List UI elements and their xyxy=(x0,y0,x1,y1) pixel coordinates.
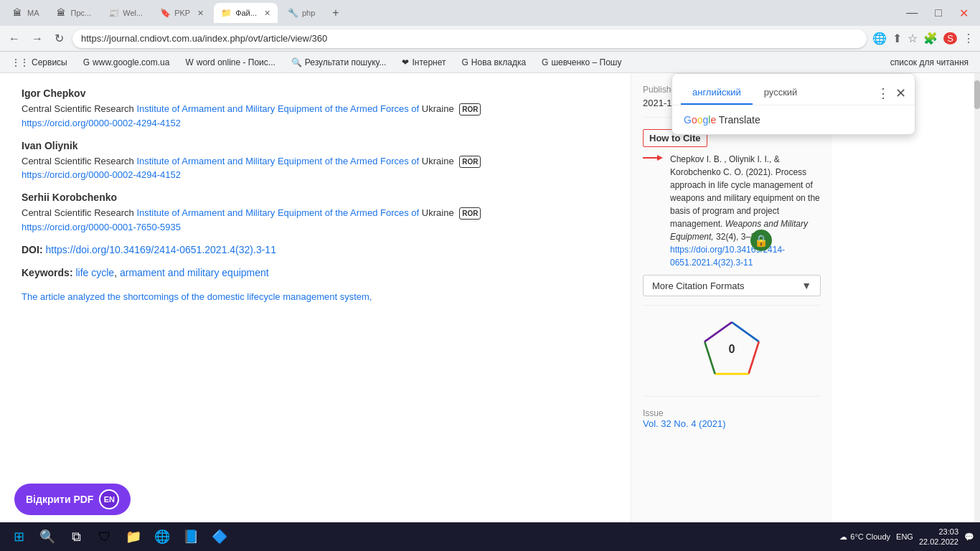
tab-close[interactable]: ✕ xyxy=(264,9,270,18)
translate-icon[interactable]: 🌐 xyxy=(872,32,887,45)
keywords-section: Keywords: life cycle, armament and milit… xyxy=(22,267,609,278)
issue-section: Issue Vol. 32 No. 4 (2021) xyxy=(643,408,821,429)
tab-new[interactable]: + xyxy=(325,3,346,23)
minimize-button[interactable]: — xyxy=(900,5,923,21)
abstract-section: The article analyzed the shortcomings of… xyxy=(22,290,609,305)
folder-icon: 📁 xyxy=(126,529,141,545)
tab-other-4[interactable]: 🔖 PKP ✕ xyxy=(153,3,211,23)
apps-icon: ⋮⋮ xyxy=(11,57,29,67)
taskbar-lang: ENG xyxy=(896,532,913,541)
address-bar-icons: 🌐 ⬆ ☆ 🧩 S ⋮ xyxy=(872,32,974,45)
taskbar-app-2[interactable]: 📁 xyxy=(121,524,146,550)
taskbar-app-4[interactable]: 📘 xyxy=(178,524,204,550)
search-button[interactable]: 🔍 xyxy=(34,524,60,550)
tab-favicon: 🏛 xyxy=(57,8,67,18)
shield-icon: 🛡 xyxy=(98,529,111,545)
close-button[interactable]: ✕ xyxy=(953,5,974,22)
tab-favicon: 📁 xyxy=(221,8,231,18)
tab-other-5[interactable]: 🔧 php xyxy=(281,3,322,23)
taskbar-app-1[interactable]: 🛡 xyxy=(92,524,118,550)
tab-other-2[interactable]: 🏛 Прс... xyxy=(50,3,99,23)
author-affil-3: Central Scientific Research Institute of… xyxy=(22,206,609,220)
doi-label: DOI: xyxy=(22,244,43,255)
more-citation-label: More Citation Formats xyxy=(652,281,745,291)
svg-text:0: 0 xyxy=(728,342,735,355)
taskbar: ⊞ 🔍 ⧉ 🛡 📁 🌐 📘 🔷 ☁ 6°C Cloudy ENG 23:03 2… xyxy=(0,522,980,551)
access-lock-icon: 🔒 xyxy=(750,230,772,251)
orcid-link-2[interactable]: https://orcid.org/0000-0002-4294-4152 xyxy=(22,169,609,180)
taskbar-clock: 23:03 22.02.2022 xyxy=(919,527,958,547)
back-button[interactable]: ← xyxy=(6,31,23,47)
taskview-icon: ⧉ xyxy=(72,529,81,545)
scrollbar[interactable] xyxy=(974,73,980,522)
bookmark-label: список для читання xyxy=(890,57,969,67)
refresh-button[interactable]: ↻ xyxy=(52,30,67,47)
scroll-thumb[interactable] xyxy=(974,80,980,109)
author-name-1: Igor Chepkov xyxy=(22,88,609,99)
taskview-button[interactable]: ⧉ xyxy=(63,524,89,550)
keyword-2[interactable]: armament and military equipment xyxy=(120,267,269,278)
cloud-icon: ☁ xyxy=(839,532,847,542)
tab-label: Wel... xyxy=(123,9,143,17)
translate-tabs: английский русский xyxy=(681,81,809,105)
address-bar: ← → ↻ 🌐 ⬆ ☆ 🧩 S ⋮ xyxy=(0,26,980,52)
taskbar-app-5[interactable]: 🔷 xyxy=(207,524,232,550)
share-icon[interactable]: ⬆ xyxy=(892,32,902,45)
tab-other-1[interactable]: 🏛 МА xyxy=(6,3,47,23)
windows-icon: ⊞ xyxy=(14,529,24,545)
more-citation-formats-button[interactable]: More Citation Formats ▼ xyxy=(643,275,821,296)
bookmark-shevchenko[interactable]: G шевченко – Пошу xyxy=(536,56,627,69)
doi-section: DOI: https://doi.org/10.34169/2414-0651.… xyxy=(22,244,609,255)
bookmark-google[interactable]: G www.google.com.ua xyxy=(77,56,176,69)
translate-close-icon[interactable]: ✕ xyxy=(895,85,906,101)
menu-icon[interactable]: ⋮ xyxy=(963,32,974,45)
dropdown-arrow-icon: ▼ xyxy=(801,280,811,291)
bookmark-internet[interactable]: ❤ Інтернет xyxy=(396,56,451,69)
extension-icon[interactable]: 🧩 xyxy=(923,32,938,45)
tab-active[interactable]: 📁 Фай... ✕ xyxy=(214,3,278,23)
tab-favicon: 🔧 xyxy=(288,8,298,18)
taskbar-app-3[interactable]: 🌐 xyxy=(149,524,175,550)
g-icon: G xyxy=(462,57,468,67)
profile-icon[interactable]: S xyxy=(943,32,957,44)
doi-link[interactable]: https://doi.org/10.34169/2414-0651.2021.… xyxy=(45,244,275,255)
left-panel: Igor Chepkov Central Scientific Research… xyxy=(0,73,631,522)
translate-more-icon[interactable]: ⋮ xyxy=(877,85,890,101)
tab-russian[interactable]: русский xyxy=(753,81,809,105)
tab-favicon: 🔖 xyxy=(160,8,170,18)
google-translate-logo: Google Translate xyxy=(684,114,760,126)
right-panel: Published 2021-12-26 How to Cite Chepkov… xyxy=(631,73,832,522)
score-widget: 0 xyxy=(643,317,821,382)
orcid-link-1[interactable]: https://orcid.org/0000-0002-4294-4152 xyxy=(22,118,609,128)
forward-button[interactable]: → xyxy=(29,31,46,47)
orcid-link-3[interactable]: https://orcid.org/0000-0001-7650-5935 xyxy=(22,222,609,232)
bookmark-newtab[interactable]: G Нова вкладка xyxy=(456,56,532,69)
tab-close[interactable]: ✕ xyxy=(197,9,204,18)
tab-label: Фай... xyxy=(235,9,257,17)
score-section: 0 xyxy=(643,317,821,397)
g-icon-2: G xyxy=(542,57,548,67)
bookmark-label: шевченко – Пошу xyxy=(551,57,621,67)
bookmark-star-icon[interactable]: ☆ xyxy=(908,32,918,45)
citation-block: Chepkov I. B. , Oliynik I. I., & Korobch… xyxy=(643,153,821,269)
how-to-cite-section: How to Cite Chepkov I. B. , Oliynik I. I… xyxy=(643,129,821,306)
notifications-icon[interactable]: 💬 xyxy=(964,532,974,542)
issue-link[interactable]: Vol. 32 No. 4 (2021) xyxy=(643,418,726,429)
bookmark-label: Нова вкладка xyxy=(471,57,526,67)
abstract-text[interactable]: The article analyzed the shortcomings of… xyxy=(22,291,372,302)
internet-icon: ❤ xyxy=(402,57,409,67)
author-name-2: Ivan Oliynik xyxy=(22,140,609,151)
tab-other-3[interactable]: 📰 Wel... xyxy=(101,3,150,23)
citation-arrow-icon xyxy=(643,154,664,161)
bookmark-results[interactable]: 🔍 Результати пошуку... xyxy=(286,56,392,69)
translate-popup: английский русский ⋮ ✕ Google Translate xyxy=(672,73,915,135)
bookmark-reading-list[interactable]: список для читання xyxy=(885,56,974,69)
start-button[interactable]: ⊞ xyxy=(6,524,32,550)
open-pdf-button[interactable]: Відкрити PDF EN xyxy=(14,484,131,515)
bookmark-word[interactable]: W word online - Поис... xyxy=(179,56,281,69)
maximize-button[interactable]: □ xyxy=(929,5,948,21)
keyword-1[interactable]: life cycle xyxy=(75,267,114,278)
url-input[interactable] xyxy=(72,29,867,48)
tab-english[interactable]: английский xyxy=(681,81,753,105)
bookmark-services[interactable]: ⋮⋮ Сервисы xyxy=(6,56,73,69)
